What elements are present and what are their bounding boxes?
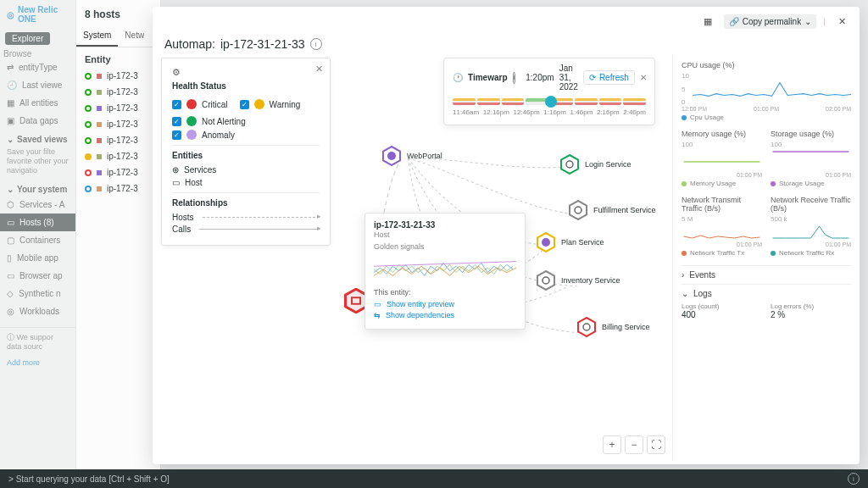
nav-containers[interactable]: ▢ Containers: [0, 231, 75, 249]
timewarp-knob[interactable]: [545, 96, 557, 108]
node-billing[interactable]: Billing Service: [576, 317, 650, 337]
timewarp-label: Timewarp: [468, 73, 508, 82]
nav-hosts[interactable]: ▭ Hosts (8): [0, 214, 75, 231]
log-errors-value: 2 %: [771, 310, 851, 319]
term-info-icon[interactable]: i: [848, 473, 860, 485]
automap-title-prefix: Automap:: [164, 37, 215, 51]
left-nav: ◎ New Relic ONE Explorer Browse ⇄ entity…: [0, 0, 76, 488]
hosts-title: 8 hosts: [76, 0, 160, 25]
golden-sparkline: [374, 254, 516, 283]
chk-warning[interactable]: ✓: [240, 100, 249, 109]
explorer-pill[interactable]: Explorer: [5, 32, 50, 45]
entity-row[interactable]: ip-172-3: [76, 148, 160, 164]
refresh-button[interactable]: ⟳ Refresh: [583, 70, 635, 85]
entity-type-filter[interactable]: ⇄ entityType: [0, 58, 75, 76]
chart-storage: Storage usage (%) 100 01:00 PM Storage U…: [771, 130, 851, 187]
entity-row[interactable]: ip-172-3: [76, 100, 160, 116]
entities-services[interactable]: ⊕ Services: [172, 165, 320, 175]
relationships-header: Relationships: [172, 198, 320, 208]
node-fulfillment[interactable]: Fulfillment Service: [568, 200, 656, 220]
section-your-system[interactable]: Your system: [0, 180, 75, 196]
entity-tooltip: ip-172-31-21-33 Host Golden signals This…: [364, 213, 526, 330]
nav-mobile[interactable]: ▯ Mobile app: [0, 249, 75, 267]
automap-modal: ▦ 🔗 Copy permalink ⌄ | ✕ Automap: ip-172…: [153, 7, 860, 464]
node-login[interactable]: Login Service: [559, 154, 632, 175]
browse-tab[interactable]: Browse: [3, 49, 31, 58]
hosts-panel: 8 hosts System Netw Entity ip-172-3 ip-1…: [76, 0, 161, 488]
copy-permalink-button[interactable]: 🔗 Copy permalink ⌄: [724, 14, 816, 29]
add-more-link[interactable]: Add more: [0, 357, 75, 373]
chk-notalerting[interactable]: ✓: [172, 117, 181, 126]
show-dependencies-link[interactable]: ⇆ Show dependencies: [374, 311, 516, 319]
entity-row[interactable]: ip-172-3: [76, 84, 160, 100]
info-icon[interactable]: i: [310, 38, 322, 50]
events-toggle[interactable]: › Events: [682, 265, 851, 284]
filter-close-icon[interactable]: ✕: [315, 64, 323, 75]
query-bar[interactable]: > Start querying your data [Ctrl + Shift…: [0, 469, 868, 488]
fit-screen-button[interactable]: ⛶: [647, 435, 665, 454]
chart-net-rx: Network Receive Traffic (B/s) 500 k 01:0…: [771, 196, 851, 257]
timewarp-date: Jan 31, 2022: [559, 64, 578, 92]
zoom-out-button[interactable]: −: [625, 435, 643, 454]
nav-data-gaps[interactable]: ▣ Data gaps: [0, 112, 75, 130]
section-saved-views[interactable]: Saved views: [0, 130, 75, 146]
metrics-panel: CPU usage (%) 1050 12:00 PM01:00 PM02:00…: [673, 54, 860, 461]
svg-marker-8: [537, 271, 554, 290]
timewarp-panel: 🕐 Timewarp i 1:20pm Jan 31, 2022 ⟳ Refre…: [443, 58, 655, 125]
timewarp-slider[interactable]: [453, 98, 646, 105]
node-webportal[interactable]: WebPortal: [381, 146, 442, 166]
chart-net-tx: Network Transmit Traffic (B/s) 5 M 01:00…: [682, 196, 762, 257]
entities-host[interactable]: ▭ Host: [172, 178, 320, 187]
nav-browser[interactable]: ▭ Browser ap: [0, 267, 75, 285]
svg-marker-12: [346, 289, 367, 313]
entity-icon[interactable]: ▦: [698, 12, 717, 30]
timewarp-close-icon[interactable]: ✕: [640, 73, 647, 82]
logs-count-value: 400: [682, 310, 762, 319]
map-canvas[interactable]: ⚙ ✕ Health Status ✓Critical ✓Warning ✓No…: [153, 54, 673, 461]
tab-network[interactable]: Netw: [118, 25, 151, 47]
clock-icon: 🕐: [453, 73, 463, 82]
entity-row[interactable]: ip-172-3: [76, 68, 160, 84]
health-status-header: Health Status: [172, 81, 320, 91]
nav-synthetic[interactable]: ◇ Synthetic n: [0, 285, 75, 302]
chk-critical[interactable]: ✓: [172, 100, 181, 109]
filter-panel: ⚙ ✕ Health Status ✓Critical ✓Warning ✓No…: [161, 58, 331, 246]
entity-row[interactable]: ip-172-3: [76, 132, 160, 148]
close-button[interactable]: ✕: [832, 12, 851, 30]
support-note: ⓘ We suppor data sourc: [0, 327, 75, 357]
tooltip-golden-label: Golden signals: [374, 242, 516, 251]
show-entity-preview-link[interactable]: ▭ Show entity preview: [374, 300, 516, 308]
nav-last-viewed[interactable]: 🕘 Last viewe: [0, 76, 75, 94]
timewarp-info-icon[interactable]: i: [513, 72, 516, 84]
chk-anomaly[interactable]: ✓: [172, 130, 181, 140]
logs-toggle[interactable]: ⌄ Logs: [682, 284, 851, 302]
svg-point-1: [387, 152, 396, 160]
tooltip-name: ip-172-31-21-33: [374, 220, 516, 230]
chart-memory: Memory usage (%) 100 01:00 PM Memory Usa…: [682, 130, 762, 187]
nav-all-entities[interactable]: ▦ All entities: [0, 94, 75, 112]
svg-marker-2: [561, 155, 578, 174]
saved-views-hint: Save your filte favorite other your navi…: [0, 146, 75, 180]
chart-cpu: CPU usage (%) 1050 12:00 PM01:00 PM02:00…: [682, 61, 851, 121]
zoom-in-button[interactable]: +: [603, 435, 621, 454]
node-inventory[interactable]: Inventory Service: [536, 270, 620, 291]
entity-row[interactable]: ip-172-3: [76, 180, 160, 197]
svg-point-7: [542, 238, 550, 247]
brand-logo: ◎ New Relic ONE: [0, 0, 75, 29]
entities-header: Entities: [172, 151, 320, 160]
node-plan[interactable]: Plan Service: [536, 232, 604, 252]
svg-marker-4: [570, 201, 587, 219]
entity-row[interactable]: ip-172-3: [76, 164, 160, 180]
automap-title-host: ip-172-31-21-33: [220, 37, 305, 51]
tooltip-this-label: This entity:: [374, 288, 516, 297]
svg-marker-10: [578, 318, 595, 336]
filter-settings-icon[interactable]: ⚙: [172, 67, 181, 77]
entity-header: Entity: [76, 47, 160, 68]
nav-workloads[interactable]: ◎ Workloads: [0, 302, 75, 320]
nav-services[interactable]: ⬡ Services - A: [0, 196, 75, 214]
tab-system[interactable]: System: [76, 25, 118, 47]
tooltip-type: Host: [374, 230, 516, 239]
timewarp-time: 1:20pm: [526, 73, 554, 82]
entity-row[interactable]: ip-172-3: [76, 116, 160, 132]
